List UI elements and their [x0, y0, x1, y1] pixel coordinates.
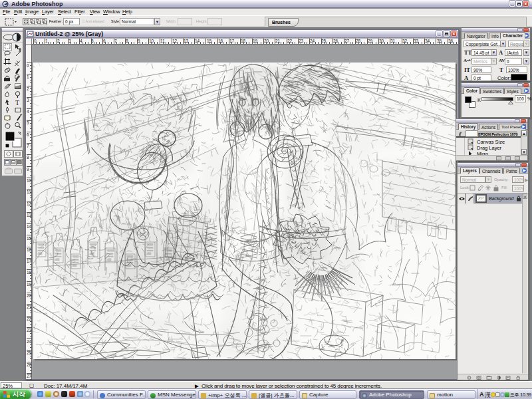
svg-text:T: T [15, 99, 19, 106]
